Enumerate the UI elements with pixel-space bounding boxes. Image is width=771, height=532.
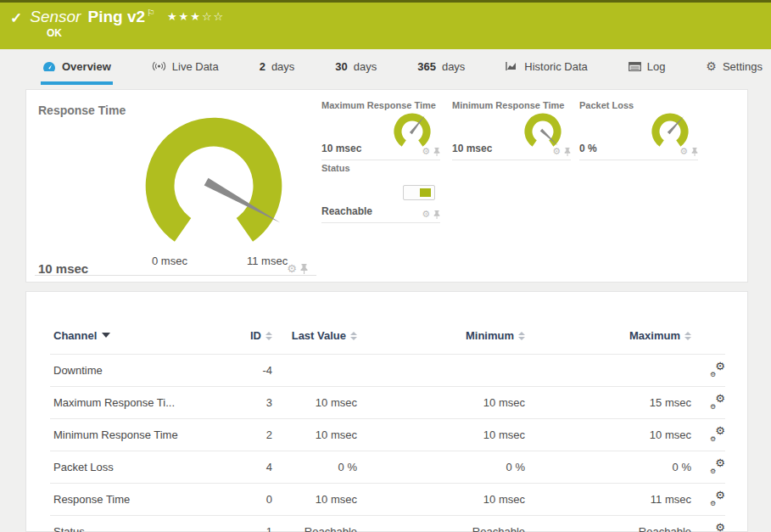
sensor-header: ✓ Sensor Ping v2 ⚐ ★★★☆☆ OK: [0, 0, 771, 49]
table-row[interactable]: Maximum Response Ti... 3 10 msec 10 msec…: [50, 387, 725, 419]
table-row[interactable]: Minimum Response Time 2 10 msec 10 msec …: [50, 419, 725, 451]
channel-maximum-cell: 15 msec: [528, 387, 695, 419]
column-header-minimum[interactable]: Minimum: [360, 324, 528, 355]
tab-label: Live Data: [172, 60, 219, 73]
stars-empty: ☆☆: [202, 10, 225, 23]
priority-stars[interactable]: ★★★☆☆: [167, 10, 225, 23]
tab-365-days[interactable]: 365 days: [416, 51, 467, 85]
table-row[interactable]: Status 1 Reachable Reachable Reachable ⚙…: [50, 516, 725, 532]
column-label: Minimum: [466, 329, 514, 342]
gauge-settings-gear-icon[interactable]: ⚙: [422, 147, 430, 156]
channel-minimum-cell: [360, 355, 528, 387]
channel-actions-cell: ⚙⚙: [695, 451, 725, 484]
tab-label: Settings: [723, 60, 763, 73]
channel-id-cell: 0: [220, 484, 276, 516]
gauge-icon: [42, 61, 56, 72]
column-header-last-value[interactable]: Last Value: [276, 324, 360, 355]
object-kind-label: Sensor: [30, 8, 81, 26]
table-row[interactable]: Downtime -4 ⚙⚙: [50, 355, 725, 387]
channel-settings-gears-icon[interactable]: ⚙⚙: [710, 524, 725, 532]
channel-name-cell[interactable]: Response Time: [50, 484, 220, 516]
tab-historic-data[interactable]: Historic Data: [504, 51, 589, 85]
area-chart-icon: [506, 61, 518, 71]
channel-name-cell[interactable]: Packet Loss: [50, 451, 220, 484]
tab-2-days[interactable]: 2 days: [258, 51, 297, 85]
gauge-settings-gear-icon[interactable]: ⚙: [287, 263, 297, 274]
channel-last-value-cell: 10 msec: [276, 419, 360, 451]
channel-last-value-cell: Reachable: [276, 516, 360, 532]
maximum-response-time-gauge-block: Maximum Response Time 10 msec ⚙: [321, 100, 440, 160]
response-time-gauge-block: Response Time 0 msec 11 msec 10 msec ⚙: [35, 95, 316, 276]
tab-overview[interactable]: Overview: [41, 51, 113, 85]
live-data-icon: [152, 61, 166, 71]
channel-name-cell[interactable]: Status: [50, 516, 220, 532]
response-time-gauge: [135, 107, 293, 265]
tab-label: Overview: [62, 60, 111, 73]
status-ok-check-icon: ✓: [10, 9, 22, 27]
column-header-id[interactable]: ID: [220, 324, 276, 355]
channel-minimum-cell: Reachable: [360, 516, 528, 532]
gauge-min-label: 0 msec: [152, 255, 187, 267]
channel-table-panel: Channel ID Last Value Minimum Maximum Do…: [25, 291, 748, 532]
channel-settings-gears-icon[interactable]: ⚙⚙: [710, 491, 725, 505]
gauge-current-value: 10 msec: [452, 143, 492, 154]
channel-name-cell[interactable]: Downtime: [50, 355, 220, 387]
table-row[interactable]: Response Time 0 10 msec 10 msec 11 msec …: [50, 484, 725, 516]
pin-icon[interactable]: [564, 148, 571, 156]
channel-settings-gears-icon[interactable]: ⚙⚙: [710, 459, 725, 473]
overview-gauges-panel: Response Time 0 msec 11 msec 10 msec ⚙ M…: [25, 89, 748, 283]
pin-icon[interactable]: [433, 210, 440, 219]
sort-icon: [265, 332, 272, 340]
channel-maximum-cell: Reachable: [528, 516, 695, 532]
gauge-settings-gear-icon[interactable]: ⚙: [679, 147, 688, 156]
channel-table-body: Downtime -4 ⚙⚙ Maximum Response Ti... 3 …: [50, 355, 725, 532]
channel-last-value-cell: 0 %: [276, 451, 360, 484]
log-list-icon: [629, 62, 641, 71]
tab-bar: Overview Live Data 2 days 30 days 365 da…: [0, 51, 771, 85]
channel-minimum-cell: 0 %: [360, 451, 528, 484]
gauge-max-label: 11 msec: [247, 255, 288, 267]
tab-settings[interactable]: ⚙ Settings: [704, 51, 764, 85]
channel-name-cell[interactable]: Maximum Response Ti...: [50, 387, 220, 419]
tab-30-days[interactable]: 30 days: [333, 51, 378, 85]
channel-minimum-cell: 10 msec: [360, 419, 528, 451]
channel-minimum-cell: 10 msec: [360, 484, 528, 516]
tab-log[interactable]: Log: [627, 51, 668, 85]
column-label: Maximum: [629, 329, 680, 342]
status-channel-block: Status Reachable ⚙: [321, 163, 440, 223]
pin-icon[interactable]: [691, 148, 698, 156]
channel-actions-cell: ⚙⚙: [695, 355, 725, 387]
table-row[interactable]: Packet Loss 4 0 % 0 % 0 % ⚙⚙: [50, 451, 725, 484]
channel-table: Channel ID Last Value Minimum Maximum Do…: [50, 324, 725, 532]
status-value: Reachable: [321, 205, 372, 217]
gauge-title: Minimum Response Time: [452, 100, 564, 110]
channel-actions-cell: ⚙⚙: [695, 419, 725, 451]
tab-number: 30: [335, 60, 347, 73]
gauge-settings-gear-icon[interactable]: ⚙: [552, 147, 561, 156]
pin-icon[interactable]: [300, 264, 308, 274]
column-header-channel[interactable]: Channel: [50, 324, 220, 355]
gauge-current-value: 10 msec: [38, 261, 88, 276]
tab-live-data[interactable]: Live Data: [150, 51, 221, 85]
column-header-actions: [695, 324, 725, 355]
channel-maximum-cell: 11 msec: [528, 484, 695, 516]
channel-settings-gears-icon[interactable]: ⚙⚙: [710, 395, 725, 408]
gauge-title: Packet Loss: [579, 100, 634, 110]
sensor-status-badge: OK: [47, 27, 771, 39]
channel-id-cell: 1: [220, 516, 276, 532]
channel-name-cell[interactable]: Minimum Response Time: [50, 419, 220, 451]
tab-number: 2: [260, 60, 265, 73]
channel-settings-gears-icon[interactable]: ⚙⚙: [710, 427, 725, 440]
channel-maximum-cell: 10 msec: [528, 419, 695, 451]
flag-icon[interactable]: ⚐: [147, 8, 155, 19]
pin-icon[interactable]: [433, 148, 440, 156]
channel-id-cell: 4: [220, 451, 276, 484]
sensor-name: Ping v2: [87, 8, 145, 26]
channel-maximum-cell: [528, 355, 695, 387]
gauge-title: Response Time: [38, 104, 126, 117]
gauge-settings-gear-icon[interactable]: ⚙: [422, 210, 430, 219]
channel-settings-gears-icon[interactable]: ⚙⚙: [710, 362, 725, 376]
column-header-maximum[interactable]: Maximum: [528, 324, 695, 355]
channel-actions-cell: ⚙⚙: [695, 387, 725, 419]
table-header-row: Channel ID Last Value Minimum Maximum: [50, 324, 725, 355]
